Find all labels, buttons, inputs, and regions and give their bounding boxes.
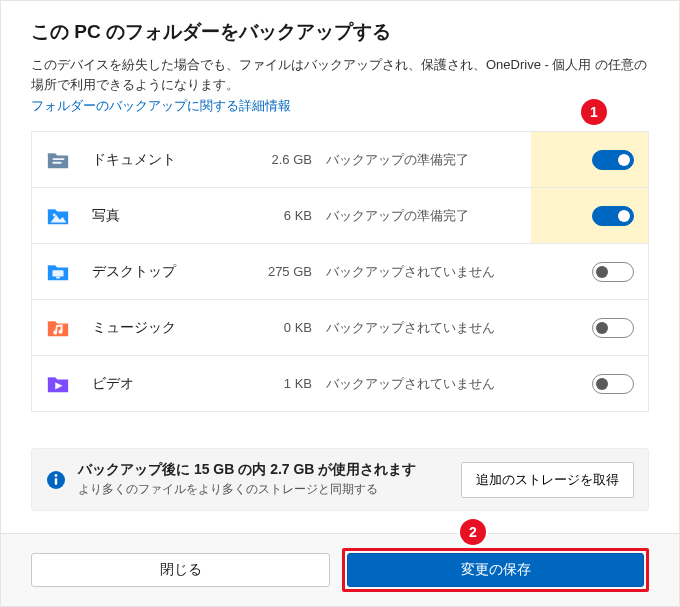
info-icon — [46, 470, 66, 490]
folder-size-label: 1 KB — [232, 376, 312, 391]
page-subtitle: このデバイスを紛失した場合でも、ファイルはバックアップされ、保護され、OneDr… — [31, 55, 649, 95]
folder-row: 写真6 KBバックアップの準備完了 — [32, 188, 648, 244]
backup-details-link[interactable]: フォルダーのバックアップに関する詳細情報 — [31, 98, 291, 113]
storage-info-box: バックアップ後に 15 GB の内 2.7 GB が使用されます より多くのファ… — [31, 448, 649, 511]
storage-info-title: バックアップ後に 15 GB の内 2.7 GB が使用されます — [78, 461, 449, 479]
page-title: この PC のフォルダーをバックアップする — [31, 19, 649, 45]
folder-name-label: デスクトップ — [92, 263, 232, 281]
svg-rect-1 — [52, 162, 61, 164]
toggle-knob — [596, 266, 608, 278]
folder-size-label: 6 KB — [232, 208, 312, 223]
save-highlight-box: 2 変更の保存 — [342, 548, 649, 592]
folder-status-label: バックアップの準備完了 — [312, 151, 592, 169]
save-changes-button[interactable]: 変更の保存 — [347, 553, 644, 587]
folder-status-label: バックアップされていません — [312, 319, 592, 337]
music-folder-icon — [46, 317, 70, 339]
folder-row: ドキュメント2.6 GBバックアップの準備完了 — [32, 132, 648, 188]
toggle-knob — [596, 378, 608, 390]
annotation-1: 1 — [581, 99, 607, 125]
folder-row: ミュージック0 KBバックアップされていません — [32, 300, 648, 356]
svg-rect-9 — [55, 478, 57, 485]
storage-info-subtitle: より多くのファイルをより多くのストレージと同期する — [78, 481, 449, 498]
folder-name-label: ビデオ — [92, 375, 232, 393]
folder-size-label: 0 KB — [232, 320, 312, 335]
videos-folder-icon — [46, 373, 70, 395]
svg-rect-4 — [52, 270, 63, 276]
folder-row: ビデオ1 KBバックアップされていません — [32, 356, 648, 412]
toggle-knob — [618, 154, 630, 166]
dialog-footer: 閉じる 2 変更の保存 — [1, 533, 679, 606]
pictures-folder-icon — [46, 205, 70, 227]
folder-name-label: 写真 — [92, 207, 232, 225]
svg-rect-0 — [52, 158, 64, 160]
backup-toggle[interactable] — [592, 206, 634, 226]
svg-point-3 — [53, 213, 56, 216]
folder-row: デスクトップ275 GBバックアップされていません — [32, 244, 648, 300]
backup-toggle[interactable] — [592, 262, 634, 282]
backup-toggle[interactable] — [592, 150, 634, 170]
toggle-knob — [596, 322, 608, 334]
annotation-2: 2 — [460, 519, 486, 545]
folder-size-label: 2.6 GB — [232, 152, 312, 167]
folder-list: ドキュメント2.6 GBバックアップの準備完了写真6 KBバックアップの準備完了… — [31, 131, 649, 412]
svg-rect-5 — [56, 276, 60, 278]
folder-status-label: バックアップされていません — [312, 263, 592, 281]
backup-toggle[interactable] — [592, 374, 634, 394]
desktop-folder-icon — [46, 261, 70, 283]
folder-name-label: ドキュメント — [92, 151, 232, 169]
folder-size-label: 275 GB — [232, 264, 312, 279]
folder-status-label: バックアップの準備完了 — [312, 207, 592, 225]
documents-folder-icon — [46, 149, 70, 171]
svg-point-8 — [55, 474, 58, 477]
backup-toggle[interactable] — [592, 318, 634, 338]
get-more-storage-button[interactable]: 追加のストレージを取得 — [461, 462, 634, 498]
folder-name-label: ミュージック — [92, 319, 232, 337]
close-button[interactable]: 閉じる — [31, 553, 330, 587]
toggle-knob — [618, 210, 630, 222]
folder-status-label: バックアップされていません — [312, 375, 592, 393]
